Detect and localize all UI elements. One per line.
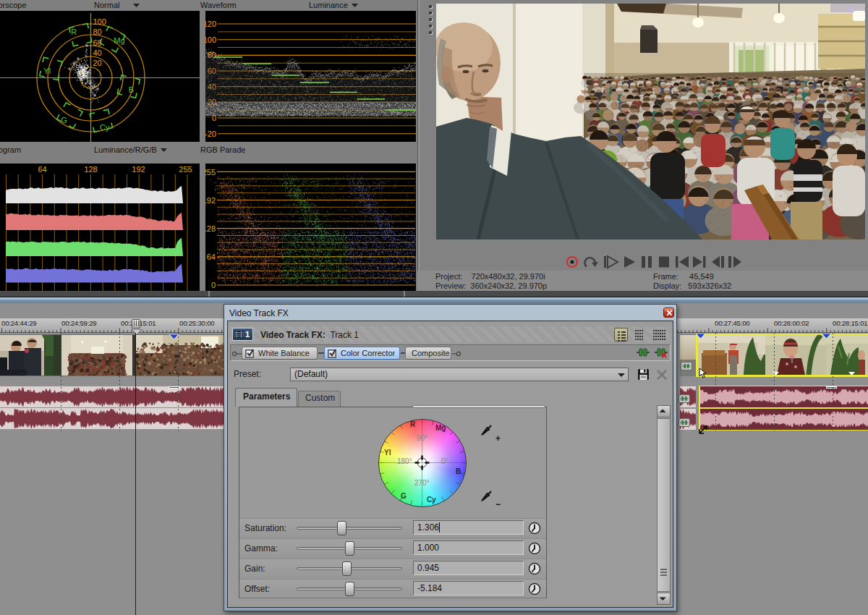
- svg-text:−: −: [495, 499, 501, 509]
- svg-text:+: +: [495, 433, 501, 444]
